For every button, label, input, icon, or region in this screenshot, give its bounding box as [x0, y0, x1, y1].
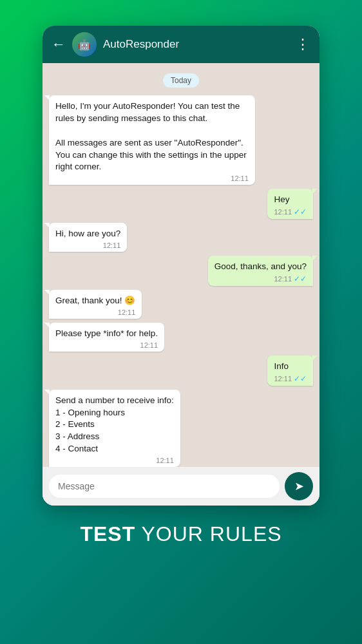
- bubble-text: Good, thanks, and you?: [214, 261, 307, 273]
- date-badge: Today: [163, 73, 199, 88]
- bubble-meta: 12:11: [55, 242, 120, 249]
- tagline-bold: TEST: [80, 522, 135, 545]
- bubble-time: 12:11: [231, 175, 249, 182]
- bubble-meta: 12:11: [55, 308, 135, 316]
- bubble-time: 12:11: [103, 242, 121, 249]
- checkmarks-icon: ✓✓: [294, 207, 307, 216]
- bubble-text: Hello, I'm your AutoResponder! You can t…: [55, 100, 249, 173]
- phone-container: ← 🤖 AutoResponder ⋮ Today Hello, I'm you…: [43, 26, 319, 506]
- message-bubble-msg1: Hello, I'm your AutoResponder! You can t…: [49, 95, 255, 185]
- bubble-text: Great, thank you! 😊: [55, 295, 135, 307]
- bottom-tagline: TEST YOUR RULES: [80, 522, 281, 546]
- input-bar: ➤: [43, 467, 319, 506]
- avatar-inner: 🤖: [72, 32, 97, 57]
- bubble-meta: 12:11✓✓: [214, 274, 307, 283]
- bubble-text: Hey: [274, 194, 307, 206]
- message-input[interactable]: [58, 481, 271, 491]
- bubble-meta: 12:11✓✓: [274, 207, 307, 216]
- bubble-meta: 12:11✓✓: [274, 374, 307, 383]
- message-bubble-msg6: Please type *info* for help.12:11: [49, 323, 164, 352]
- message-bubble-msg3: Hi, how are you?12:11: [49, 223, 127, 252]
- chat-title: AutoResponder: [103, 38, 289, 51]
- bubble-time: 12:11: [140, 341, 158, 349]
- message-bubble-msg7: Info12:11✓✓: [267, 355, 313, 386]
- bubble-text: Please type *info* for help.: [55, 328, 158, 340]
- bubble-meta: 12:11: [55, 457, 174, 464]
- tagline-light: YOUR RULES: [135, 522, 281, 545]
- avatar: 🤖: [72, 32, 97, 57]
- bubble-time: 12:11: [156, 457, 174, 464]
- top-bar: ← 🤖 AutoResponder ⋮: [43, 26, 319, 63]
- bubble-time: 12:11: [274, 208, 292, 216]
- bubble-time: 12:11: [118, 308, 136, 316]
- back-button[interactable]: ←: [52, 36, 66, 53]
- message-input-wrap: [49, 475, 280, 498]
- bubble-time: 12:11: [274, 375, 292, 383]
- bubble-meta: 12:11: [55, 341, 158, 349]
- bubble-text: Send a number to receive info: 1 - Openi…: [55, 395, 174, 455]
- messages-container: Hello, I'm your AutoResponder! You can t…: [49, 95, 313, 467]
- message-bubble-msg5: Great, thank you! 😊12:11: [49, 290, 142, 319]
- send-icon: ➤: [294, 479, 304, 493]
- message-bubble-msg8: Send a number to receive info: 1 - Openi…: [49, 390, 180, 467]
- bubble-meta: 12:11: [55, 175, 249, 182]
- message-bubble-msg4: Good, thanks, and you?12:11✓✓: [208, 256, 313, 286]
- chat-area: Today Hello, I'm your AutoResponder! You…: [43, 63, 319, 467]
- bubble-time: 12:11: [274, 275, 292, 283]
- send-button[interactable]: ➤: [285, 472, 313, 500]
- bubble-text: Info: [274, 361, 307, 373]
- checkmarks-icon: ✓✓: [294, 274, 307, 283]
- bubble-text: Hi, how are you?: [55, 228, 120, 240]
- checkmarks-icon: ✓✓: [294, 374, 307, 383]
- message-bubble-msg2: Hey12:11✓✓: [267, 189, 313, 219]
- menu-icon[interactable]: ⋮: [296, 36, 310, 53]
